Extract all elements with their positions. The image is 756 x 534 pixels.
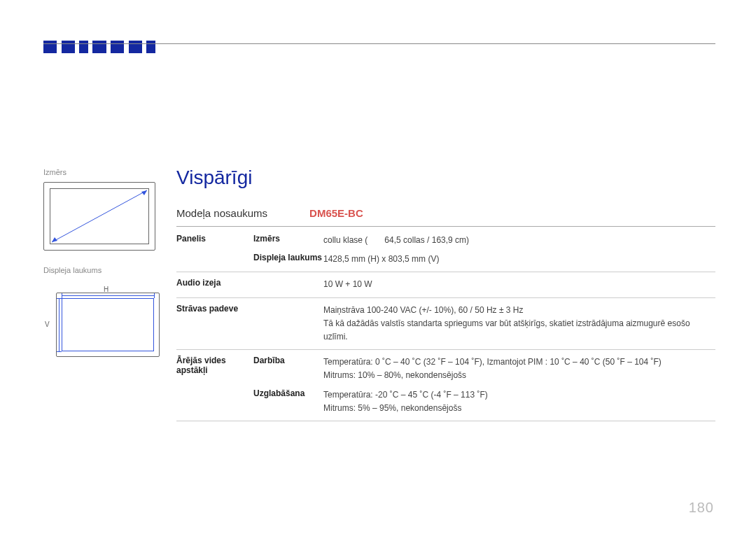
table-row: Uzglabāšana Temperatūra: -20 ˚C – 45 ˚C …	[176, 384, 715, 421]
table-row: Audio izeja 10 W + 10 W	[176, 272, 715, 297]
table-row: Panelis Izmērs collu klase ( 64,5 collas…	[176, 228, 715, 250]
sidebar-label-size: Izmērs	[43, 168, 159, 176]
table-row: Ārējās vides apstākļi Darbība Temperatūr…	[176, 350, 715, 384]
spec-category: Strāvas padeve	[176, 304, 253, 314]
spec-key: Darbība	[253, 356, 323, 365]
spec-category: Panelis	[176, 234, 253, 244]
header-divider	[43, 43, 715, 44]
model-name-value: DM65E-BC	[309, 207, 363, 219]
brand-logo	[43, 41, 155, 53]
spec-value: Temperatūra: 0 ˚C – 40 ˚C (32 ˚F – 104 ˚…	[323, 356, 715, 382]
sidebar: Izmērs Displeja laukums H V	[43, 168, 159, 363]
model-name-label: Modeļa nosaukums	[176, 207, 267, 219]
model-row: Modeļa nosaukums DM65E-BC	[176, 203, 715, 227]
spec-value: 10 W + 10 W	[323, 278, 715, 291]
table-row: Displeja laukums 1428,5 mm (H) x 803,5 m…	[176, 250, 715, 272]
sidebar-label-display-area: Displeja laukums	[43, 266, 159, 274]
table-row: Strāvas padeve Maiņstrāva 100-240 VAC (+…	[176, 298, 715, 351]
spec-category: Audio izeja	[176, 278, 253, 288]
page-title: Vispārīgi	[176, 167, 715, 189]
spec-table: Panelis Izmērs collu klase ( 64,5 collas…	[176, 228, 715, 421]
diagram-size	[43, 182, 155, 251]
diagram-display-area: H V	[43, 280, 162, 363]
spec-value: collu klase ( 64,5 collas / 163,9 cm)	[323, 234, 715, 247]
spec-key: Uzglabāšana	[253, 388, 323, 398]
spec-key: Izmērs	[253, 234, 323, 244]
main-content: Vispārīgi Modeļa nosaukums DM65E-BC Pane…	[176, 167, 715, 421]
svg-line-0	[52, 190, 147, 242]
spec-category: Ārējās vides apstākļi	[176, 356, 253, 375]
v-axis-label: V	[45, 321, 50, 328]
h-axis-label: H	[104, 286, 108, 293]
page-number: 180	[689, 500, 714, 516]
spec-value: Maiņstrāva 100-240 VAC (+/- 10%), 60 / 5…	[323, 304, 715, 344]
spec-key: Displeja laukums	[253, 253, 323, 262]
spec-value: 1428,5 mm (H) x 803,5 mm (V)	[323, 253, 715, 266]
spec-value: Temperatūra: -20 ˚C – 45 ˚C (-4 ˚F – 113…	[323, 388, 715, 415]
